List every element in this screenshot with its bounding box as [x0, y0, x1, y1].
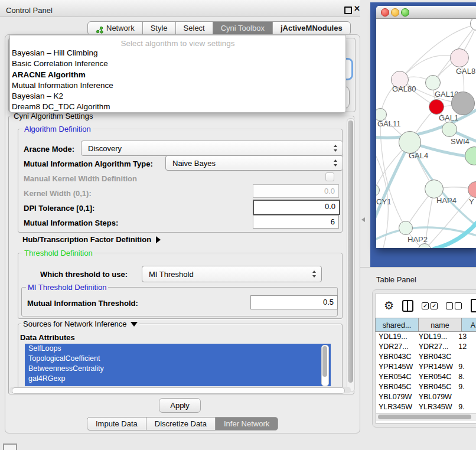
data-attributes-list[interactable]: SelfLoopsTopologicalCoefficientBetweenne…	[25, 344, 331, 386]
manual-kernel-width-label: Manual Kernel Width Definition	[24, 174, 137, 183]
deselect-all-checkbox-icon[interactable]	[446, 302, 462, 309]
bottom-tab-impute-data[interactable]: Impute Data	[87, 417, 146, 431]
column-header-name[interactable]: name	[418, 318, 462, 332]
minimized-panel-icon[interactable]	[3, 444, 17, 450]
table-cell: YER054C	[376, 372, 416, 382]
table-cell: YLR345W	[416, 402, 456, 412]
control-panel-title: Control Panel	[6, 6, 53, 15]
document-icon[interactable]	[471, 299, 476, 312]
table-row[interactable]: YDL19...YDL19...13	[376, 332, 476, 342]
attributes-scrollbar-thumb[interactable]	[322, 346, 327, 377]
mi-steps-field[interactable]: 6	[253, 215, 339, 229]
combo-spinner-icon	[334, 159, 338, 167]
algorithm-option[interactable]: Dream8 DC_TDC Algorithm	[10, 102, 345, 112]
tab-jactivemnodules[interactable]: jActiveMNodules	[272, 21, 351, 35]
close-icon[interactable]: ✕	[354, 4, 360, 13]
bottom-tab-discretize-data[interactable]: Discretize Data	[146, 417, 216, 431]
algorithm-dropdown-popup: Select algorithm to view settings Bayesi…	[9, 35, 346, 113]
mi-algorithm-type-combo[interactable]: Naive Bayes	[165, 155, 343, 171]
network-edge[interactable]	[380, 115, 406, 228]
table-cell: YDL19...	[376, 332, 416, 342]
table-row[interactable]: YPR145WYPR145W9.	[376, 362, 476, 372]
algorithm-option[interactable]: Mutual Information Inference	[10, 80, 345, 91]
table-horizontal-scrollbar-thumb[interactable]	[378, 415, 471, 419]
network-node-hap2[interactable]	[399, 221, 413, 235]
settings-horizontal-scrollbar-thumb[interactable]	[12, 387, 345, 394]
tab-style[interactable]: Style	[142, 21, 176, 35]
attribute-item[interactable]: BetweennessCentrality	[25, 364, 331, 374]
network-view-window[interactable]: GAL8GAL80GAL10GAL1GAL11SWI4GAL4GCY1HAP4Y…	[376, 6, 476, 248]
settings-gear-icon[interactable]: ⚙	[384, 300, 394, 312]
attribute-item[interactable]: gal4RGexp	[25, 374, 331, 384]
column-header-A[interactable]: A	[461, 318, 476, 332]
apply-button[interactable]: Apply	[159, 398, 201, 413]
mi-algorithm-type-label: Mutual Information Algorithm Type:	[24, 159, 153, 168]
table-panel-title: Table Panel	[376, 275, 416, 284]
tab-cyni-toolbox[interactable]: Cyni Toolbox	[213, 21, 273, 35]
manual-kernel-width-checkbox[interactable]	[325, 172, 334, 181]
algorithm-option[interactable]: Bayesian – Hill Climbing	[10, 48, 345, 58]
zoom-window-icon[interactable]	[401, 8, 409, 17]
hub-transcription-factor-section[interactable]: Hub/Transcription Factor Definition	[22, 235, 161, 244]
algorithm-option[interactable]: Basic Correlation Inference	[10, 58, 345, 69]
network-node-swi4[interactable]	[442, 122, 457, 137]
which-threshold-combo[interactable]: MI Threshold	[142, 266, 322, 282]
network-edge[interactable]	[376, 142, 410, 223]
network-icon	[96, 25, 103, 32]
table-cell: 12	[455, 342, 476, 352]
close-window-icon[interactable]	[381, 8, 389, 17]
kernel-width-label: Kernel Width (0,1):	[24, 189, 92, 198]
splitter-collapse-icon[interactable]	[361, 217, 365, 222]
combo-spinner-icon	[334, 145, 338, 152]
mi-threshold-field[interactable]: 0.5	[250, 295, 338, 309]
table-cell: YPR145W	[376, 362, 416, 372]
tab-network[interactable]: Network	[87, 21, 143, 35]
tab-select[interactable]: Select	[175, 21, 213, 35]
kernel-width-field[interactable]: 0.0	[253, 184, 339, 198]
select-all-checkbox-icon[interactable]: ✓✓	[422, 302, 438, 309]
network-node-gal10[interactable]	[425, 75, 441, 90]
which-threshold-label: Which threshold to use:	[40, 270, 128, 279]
table-row[interactable]: YBR043CYBR043C	[376, 352, 476, 362]
algorithm-option[interactable]: ARACNE Algorithm	[10, 70, 345, 80]
dpi-tolerance-label: DPI Tolerance [0,1]:	[24, 204, 94, 213]
network-node-label: GAL11	[377, 119, 401, 128]
dpi-tolerance-field[interactable]: 0.0	[253, 200, 340, 215]
column-header-shared[interactable]: shared...	[375, 318, 419, 332]
combo-spinner-icon	[312, 270, 317, 278]
mi-threshold-definition-title: MI Threshold Definition	[26, 283, 108, 292]
columns-icon[interactable]	[402, 300, 413, 312]
table-cell: YDR27...	[376, 342, 416, 352]
attribute-item[interactable]: SelfLoops	[25, 344, 331, 354]
network-node-label: GAL4	[409, 151, 428, 160]
settings-vertical-scrollbar-thumb[interactable]	[348, 120, 353, 383]
bottom-tab-infer-network[interactable]: Infer Network	[215, 417, 278, 431]
algorithm-option[interactable]: Bayesian – K2	[10, 91, 345, 102]
table-cell	[455, 392, 476, 402]
table-row[interactable]: YBL079WYBL079W	[376, 392, 476, 402]
network-node-gal1[interactable]	[429, 99, 444, 115]
table-cell: YDR27...	[416, 342, 456, 352]
network-window-titlebar[interactable]	[376, 6, 476, 19]
attribute-item[interactable]: TopologicalCoefficient	[25, 354, 331, 364]
minimize-window-icon[interactable]	[391, 8, 399, 17]
network-node-gal4[interactable]	[399, 131, 421, 154]
table-row[interactable]: YER054CYER054C8.	[376, 372, 476, 382]
algorithm-definition-title: Algorithm Definition	[22, 125, 93, 133]
network-node[interactable]	[451, 92, 475, 115]
table-panel-titlebar: Table Panel	[360, 267, 476, 290]
aracne-mode-combo[interactable]: Discovery	[81, 141, 343, 156]
table-row[interactable]: YLR345WYLR345W9.	[376, 402, 476, 412]
table-row[interactable]: YBR045CYBR045C9.	[376, 382, 476, 392]
threshold-definition-title: Threshold Definition	[22, 249, 94, 257]
table-header-row: shared...nameA	[376, 318, 476, 332]
float-panel-icon[interactable]	[344, 6, 352, 14]
network-node-label: SWI4	[451, 137, 470, 146]
sources-section-header[interactable]: Sources for Network Inference	[21, 319, 139, 328]
table-cell: YLR345W	[376, 402, 416, 412]
network-node-gal8[interactable]	[450, 48, 469, 67]
network-node-label: GAL80	[392, 84, 416, 93]
table-cell: 9.	[455, 402, 476, 412]
table-cell: YPR145W	[416, 362, 456, 372]
table-row[interactable]: YDR27...YDR27...12	[376, 342, 476, 352]
